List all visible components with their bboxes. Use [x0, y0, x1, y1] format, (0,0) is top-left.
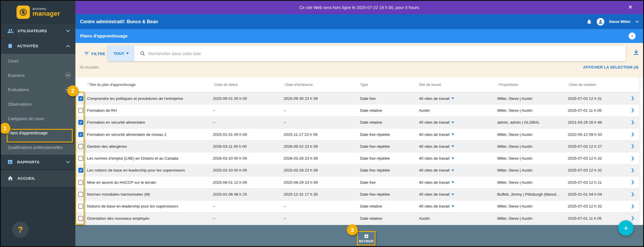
users-icon — [7, 28, 14, 34]
retirer-button[interactable]: RETIRER — [357, 231, 375, 246]
cell-type: Date relative — [359, 108, 418, 113]
search-input[interactable] — [148, 51, 626, 56]
column-header-proprietaire[interactable]: ↑Propriétaire — [496, 83, 567, 87]
table-row[interactable]: Formation en sécurité alimentaire de niv… — [75, 129, 643, 140]
scrollbar-track[interactable] — [639, 77, 643, 224]
site-caret-icon — [451, 134, 454, 135]
bell-icon[interactable] — [586, 19, 592, 25]
cell-title: Les notions de base en leadership pour l… — [86, 168, 212, 172]
cell-type: Date fixe répétée — [359, 168, 418, 172]
cell-due-date: -- — [282, 204, 359, 208]
cell-worksite[interactable]: Austin — [418, 108, 496, 113]
sidebar-item-cours[interactable]: Cours — [1, 54, 75, 68]
sidebar-item-qualifications-professionnelles[interactable]: Qualifications professionnelles — [1, 140, 75, 155]
sidebar-item-observations[interactable]: Observations — [1, 97, 75, 111]
chevron-right-icon[interactable] — [631, 156, 634, 161]
app-logo[interactable]: alchemy manager — [1, 1, 75, 24]
chevron-right-icon[interactable] — [631, 216, 634, 221]
cell-start-date: -- — [212, 216, 282, 221]
chevron-right-icon[interactable] — [631, 192, 634, 197]
sidebar-section-rapports[interactable]: RAPPORTS — [1, 155, 75, 170]
table-row[interactable]: Orientation des nouveaux employés -- -- … — [75, 212, 643, 224]
cell-worksite[interactable]: 40 sites de travail — [418, 96, 496, 101]
row-checkbox[interactable] — [78, 216, 83, 221]
table-row[interactable]: Formation de RH -- -- Date relative Aust… — [75, 104, 643, 116]
sort-asc-icon: ↑ — [284, 83, 285, 87]
chevron-right-icon[interactable] — [631, 144, 634, 149]
cell-due-date: 2026-03-28 23 h 59 — [282, 156, 359, 161]
page-title: Plans d'apprentissage — [80, 33, 128, 39]
row-checkbox[interactable] — [78, 120, 83, 125]
chevron-right-icon[interactable] — [631, 108, 634, 113]
column-header-titre[interactable]: ↑Titre du plan d'apprentissage — [86, 83, 212, 87]
avatar[interactable] — [597, 18, 604, 26]
column-header-date-debut[interactable]: ↑Date de début — [212, 83, 282, 87]
search-scope-dropdown[interactable]: TOUT — [108, 46, 135, 61]
cell-worksite[interactable]: Austin — [418, 216, 496, 221]
column-header-type[interactable]: Type — [359, 83, 418, 87]
row-checkbox[interactable] — [78, 180, 83, 185]
show-selection-link[interactable]: AFFICHER LA SÉLECTION (4) — [583, 65, 638, 69]
cell-title: Comprendre les politiques et procédures … — [86, 96, 212, 101]
chevron-right-icon[interactable] — [631, 132, 634, 137]
chevron-down-icon[interactable] — [635, 21, 639, 23]
sidebar-section-utilisateurs[interactable]: UTILISATEURS — [1, 24, 75, 39]
chevron-right-icon[interactable] — [631, 120, 634, 125]
sidebar: alchemy manager UTILISATEURS ACTIVITÉS C… — [1, 1, 75, 246]
sidebar-item-plans-dapprentissage[interactable]: Plans d'apprentissage — [1, 126, 75, 140]
table-row[interactable]: Les notions de base en leadership pour l… — [75, 165, 643, 176]
cell-title: Gestion des allergènes — [86, 144, 212, 149]
cell-worksite[interactable]: 40 sites de travail — [418, 168, 496, 172]
column-header-date-echeance[interactable]: ↑Date d'échéance — [282, 83, 359, 87]
cell-worksite[interactable]: 40 sites de travail — [418, 192, 496, 196]
results-count: 36 résultats — [79, 65, 99, 69]
table-row[interactable]: Notions de base en leadership pour les s… — [75, 201, 643, 212]
cell-worksite[interactable]: 40 sites de travail — [418, 132, 496, 137]
cell-worksite[interactable]: 40 sites de travail — [418, 180, 496, 185]
table-row[interactable]: Les normes d'emploi (LNE) en Ontario et … — [75, 152, 643, 164]
row-checkbox[interactable] — [78, 168, 83, 173]
cell-worksite[interactable]: 40 sites de travail — [418, 156, 496, 161]
user-name[interactable]: Steve Miller — [609, 19, 631, 24]
sidebar-item-accueil[interactable]: ACCUEIL — [1, 170, 75, 187]
table-row[interactable]: Normes mondiales harmonisées (M) 2025-01… — [75, 188, 643, 200]
cell-worksite[interactable]: 40 sites de travail — [418, 120, 496, 125]
alchemy-logo-icon — [17, 6, 30, 19]
chevron-right-icon[interactable] — [631, 180, 634, 185]
cell-worksite[interactable]: 40 sites de travail — [418, 204, 496, 208]
table-row[interactable]: Mise en œuvre du HACCP sur le terrain 20… — [75, 176, 643, 188]
close-icon[interactable]: ✕ — [628, 4, 633, 10]
cell-owner: Miller, Steve | Austin — [496, 156, 567, 161]
cell-type: Date fixe répétée — [359, 144, 418, 149]
info-icon[interactable]: i — [629, 33, 636, 39]
row-checkbox[interactable] — [78, 144, 83, 149]
sidebar-item-evaluations[interactable]: Évaluations EN — [1, 82, 75, 97]
cell-worksite[interactable]: 40 sites de travail — [418, 144, 496, 149]
row-checkbox[interactable] — [78, 204, 83, 209]
row-checkbox[interactable] — [78, 96, 83, 101]
chevron-right-icon[interactable] — [631, 96, 634, 101]
add-button[interactable]: + — [618, 220, 634, 236]
sidebar-item-categories-de-cours[interactable]: Catégories de cours — [1, 111, 75, 126]
column-header-date-creation[interactable]: ↑Date de création — [567, 83, 626, 87]
help-button[interactable]: ? — [12, 221, 28, 238]
row-checkbox[interactable] — [78, 132, 83, 137]
sidebar-section-activites[interactable]: ACTIVITÉS — [1, 39, 75, 54]
row-checkbox[interactable] — [78, 156, 83, 161]
cell-created: 2025-07-03 12 h 21 — [567, 180, 626, 185]
plus-icon: + — [623, 223, 629, 233]
table-row[interactable]: Comprendre les politiques et procédures … — [75, 93, 643, 104]
row-checkbox[interactable] — [78, 192, 83, 197]
chevron-right-icon[interactable] — [631, 204, 634, 209]
cell-owner: Buffett, Jimmy | Pittsburgh (Manuf... — [496, 192, 567, 196]
column-header-site[interactable]: Site de travail — [418, 83, 496, 87]
cell-title: Formation en sécurité alimentaire de niv… — [86, 132, 212, 137]
table-row[interactable]: Gestion des allergènes 2026-03-11 00 h 0… — [75, 140, 643, 152]
row-checkbox[interactable] — [78, 108, 83, 113]
cell-type: Date fixe répétée — [359, 132, 418, 137]
filter-button[interactable]: FILTRE — [84, 48, 106, 59]
table-row[interactable]: Formation en sécurité alimentaire -- -- … — [75, 117, 643, 129]
download-icon[interactable] — [633, 49, 639, 56]
sidebar-item-examens[interactable]: Examens EN — [1, 68, 75, 83]
chevron-right-icon[interactable] — [631, 168, 634, 173]
